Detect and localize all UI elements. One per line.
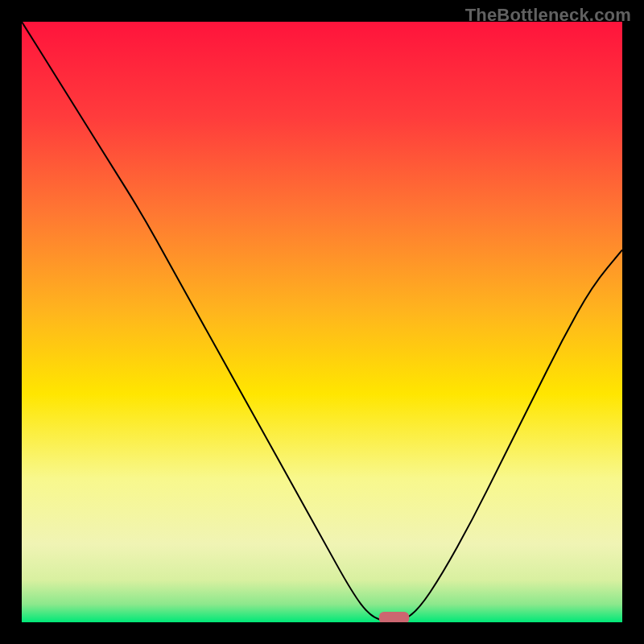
low-point-marker bbox=[379, 612, 409, 622]
chart-container: TheBottleneck.com bbox=[0, 0, 644, 644]
gradient-background bbox=[22, 22, 622, 622]
chart-svg bbox=[22, 22, 622, 622]
plot-area bbox=[22, 22, 622, 622]
